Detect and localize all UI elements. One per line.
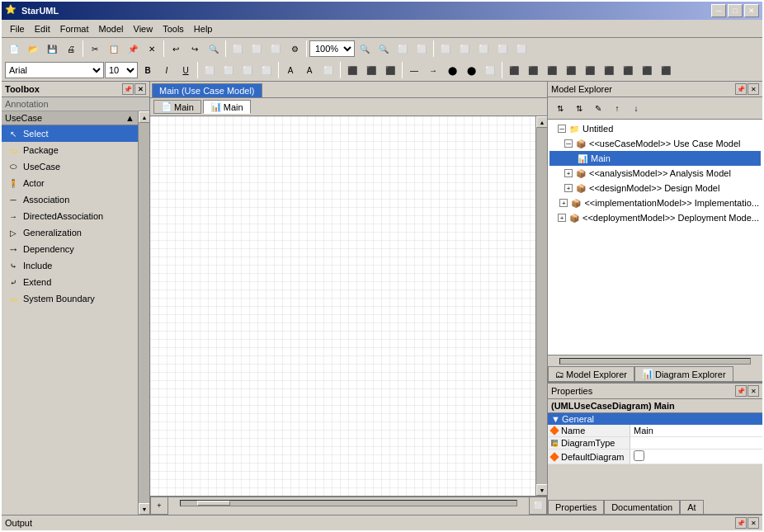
default-diagram-checkbox[interactable] <box>634 450 644 461</box>
layout3[interactable]: ⬛ <box>381 61 399 79</box>
usecase-expand[interactable]: ─ <box>564 139 573 148</box>
zoom-btn2[interactable]: ⬜ <box>413 40 431 58</box>
tool-association[interactable]: ─ Association <box>2 191 138 208</box>
vscroll-down[interactable]: ▼ <box>536 484 547 496</box>
prop-value-defaultdiagram[interactable] <box>630 450 762 464</box>
delete-button[interactable]: ✕ <box>143 40 161 58</box>
close-button[interactable]: ✕ <box>744 4 759 17</box>
scroll-down-button[interactable]: ▼ <box>139 503 149 515</box>
italic-button[interactable]: I <box>158 61 176 79</box>
zoom-in-button[interactable]: 🔍 <box>375 40 393 58</box>
explorer-btn3[interactable]: ✎ <box>589 99 607 117</box>
tool-actor[interactable]: 🧍 Actor <box>2 175 138 191</box>
properties-close-button[interactable]: ✕ <box>747 385 759 397</box>
prop-value-name[interactable]: Main <box>630 425 762 436</box>
corner-btn[interactable]: ⬜ <box>529 497 547 515</box>
explorer-hscroll-track[interactable] <box>559 358 751 365</box>
color3[interactable]: ⬜ <box>319 61 337 79</box>
align4[interactable]: ⬜ <box>257 61 276 79</box>
tb6[interactable]: ⬜ <box>455 40 474 58</box>
misc7[interactable]: ⬛ <box>619 61 637 79</box>
tree-design-model[interactable]: + 📦 <<designModel>> Design Model <box>549 181 761 195</box>
explorer-up-button[interactable]: ↑ <box>608 99 626 117</box>
tb1[interactable]: ⬜ <box>229 40 247 58</box>
deploy-expand[interactable]: + <box>558 214 566 222</box>
design-expand[interactable]: + <box>564 184 573 192</box>
sub-tab-main-2[interactable]: 📊 Main <box>203 100 251 114</box>
bold-button[interactable]: B <box>139 61 157 79</box>
align1[interactable]: ⬜ <box>200 61 219 79</box>
tab-diagram-explorer[interactable]: 📊 Diagram Explorer <box>634 366 733 381</box>
tree-analysis-model[interactable]: + 📦 <<analysisModel>> Analysis Model <box>549 166 761 181</box>
usecase-section-header[interactable]: UseCase ▲ <box>2 111 138 125</box>
diagram-vscroll[interactable]: ▲ ▼ <box>535 116 547 496</box>
misc8[interactable]: ⬛ <box>638 61 656 79</box>
tb8[interactable]: ⬜ <box>493 40 512 58</box>
tool-directed-association[interactable]: → DirectedAssociation <box>2 208 138 224</box>
explorer-down-button[interactable]: ↓ <box>627 99 645 117</box>
menu-model[interactable]: Model <box>94 22 129 35</box>
toolbox-vscroll[interactable]: ▲ ▼ <box>138 111 149 515</box>
diagram-canvas[interactable] <box>150 116 535 496</box>
scroll-up-button[interactable]: ▲ <box>139 111 149 123</box>
explorer-btn1[interactable]: ⇅ <box>551 99 569 117</box>
hscroll-track[interactable] <box>180 500 517 506</box>
find-button[interactable]: 🔍 <box>205 40 223 58</box>
draw1[interactable]: — <box>405 61 423 79</box>
zoom-combo[interactable]: 100% 50% 75% 125% 150% <box>309 40 355 57</box>
menu-help[interactable]: Help <box>189 22 218 35</box>
redo-button[interactable]: ↪ <box>186 40 204 58</box>
tree-root[interactable]: ─ 📁 Untitled <box>549 121 761 136</box>
tb2[interactable]: ⬜ <box>248 40 266 58</box>
misc1[interactable]: ⬛ <box>505 61 523 79</box>
tab-properties[interactable]: Properties <box>548 500 604 514</box>
maximize-button[interactable]: □ <box>728 4 743 17</box>
root-expand[interactable]: ─ <box>558 125 566 133</box>
draw3[interactable]: ⬤ <box>443 61 461 79</box>
misc6[interactable]: ⬛ <box>600 61 618 79</box>
color2[interactable]: A <box>300 61 318 79</box>
toolbox-pin-button[interactable]: 📌 <box>122 83 134 95</box>
tb3[interactable]: ⬜ <box>266 40 285 58</box>
analysis-expand[interactable]: + <box>564 169 573 177</box>
new-button[interactable]: 📄 <box>5 40 23 58</box>
tab-model-explorer[interactable]: 🗂 Model Explorer <box>548 366 634 381</box>
misc2[interactable]: ⬛ <box>524 61 542 79</box>
diagram-tab[interactable]: Main (Use Case Model) <box>152 83 262 97</box>
scroll-track[interactable] <box>139 123 149 503</box>
tb5[interactable]: ⬜ <box>436 40 455 58</box>
misc9[interactable]: ⬛ <box>657 61 675 79</box>
add-btn[interactable]: + <box>150 497 168 515</box>
explorer-pin-button[interactable]: 📌 <box>735 83 747 95</box>
vscroll-track[interactable] <box>536 128 547 484</box>
misc3[interactable]: ⬛ <box>543 61 561 79</box>
tree-main-diagram[interactable]: 📊 Main <box>549 151 761 166</box>
misc4[interactable]: ⬛ <box>562 61 580 79</box>
zoom-out-button[interactable]: 🔍 <box>356 40 374 58</box>
undo-button[interactable]: ↩ <box>167 40 185 58</box>
output-close-button[interactable]: ✕ <box>747 517 759 529</box>
draw2[interactable]: → <box>424 61 442 79</box>
align3[interactable]: ⬜ <box>238 61 257 79</box>
explorer-btn2[interactable]: ⇅ <box>570 99 588 117</box>
tb7[interactable]: ⬜ <box>474 40 493 58</box>
tool-system-boundary[interactable]: ▭ System Boundary <box>2 290 138 307</box>
explorer-close-button[interactable]: ✕ <box>747 83 759 95</box>
menu-tools[interactable]: Tools <box>158 22 189 35</box>
sub-tab-main-1[interactable]: 📄 Main <box>153 100 201 114</box>
font-size-combo[interactable]: 10 <box>105 62 138 78</box>
open-button[interactable]: 📂 <box>24 40 42 58</box>
tree-usecase-model[interactable]: ─ 📦 <<useCaseModel>> Use Case Model <box>549 136 761 151</box>
draw4[interactable]: ⬤ <box>462 61 480 79</box>
menu-format[interactable]: Format <box>55 22 94 35</box>
font-family-combo[interactable]: Arial <box>5 62 104 78</box>
print-button[interactable]: 🖨 <box>62 40 80 58</box>
cut-button[interactable]: ✂ <box>86 40 104 58</box>
tb4[interactable]: ⚙ <box>285 40 304 58</box>
paste-button[interactable]: 📌 <box>124 40 142 58</box>
tool-usecase[interactable]: ⬭ UseCase <box>2 158 138 175</box>
layout1[interactable]: ⬛ <box>343 61 361 79</box>
tool-select[interactable]: ↖ Select <box>2 125 138 142</box>
tb9[interactable]: ⬜ <box>512 40 531 58</box>
tool-dependency[interactable]: ⤍ Dependency <box>2 241 138 257</box>
